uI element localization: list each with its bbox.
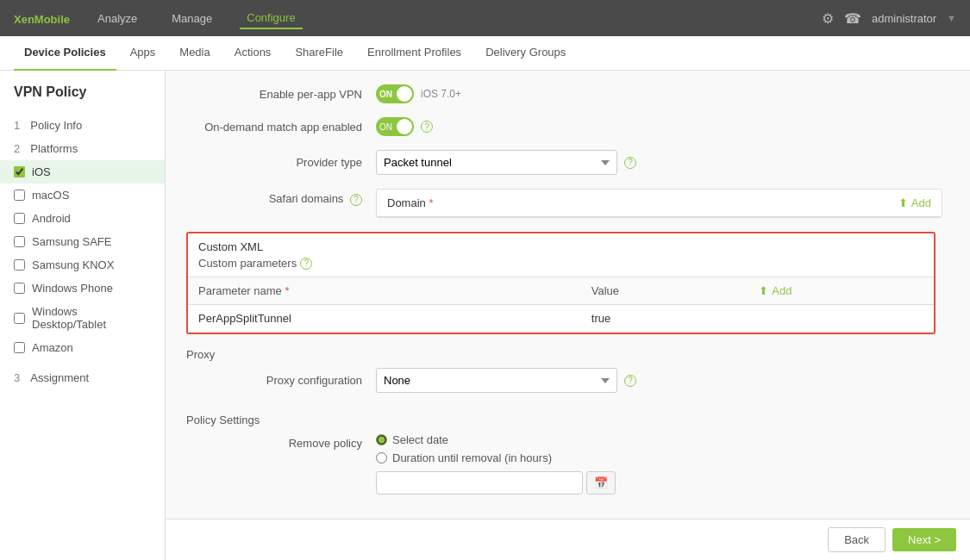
proxy-section: Proxy Proxy configuration None Manual Au… [186,341,949,393]
param-value-col-header: Value [581,277,749,305]
sidebar-item-samsung-safe[interactable]: Samsung SAFE [0,230,165,253]
main-content: Enable per-app VPN ON iOS 7.0+ On-demand… [166,71,970,560]
date-input[interactable] [376,471,583,495]
sidebar: VPN Policy 1 Policy Info 2 Platforms iOS… [0,71,166,560]
remove-policy-row: Remove policy Select date Duration until… [186,433,949,505]
safari-domains-info-icon[interactable]: ? [350,194,362,206]
radio-duration-input[interactable] [376,452,387,464]
macos-checkbox[interactable] [14,190,25,201]
admin-username[interactable]: administrator [872,12,936,25]
proxy-config-label: Proxy configuration [186,374,376,387]
custom-params-text: Custom parameters [198,257,297,270]
top-nav-left: XenMobile Analyze Manage Configure [14,8,303,29]
domain-col-text: Domain [387,196,426,209]
sub-nav-actions[interactable]: Actions [224,36,282,71]
sidebar-item-android[interactable]: Android [0,207,165,230]
admin-chevron-icon: ▼ [947,13,956,23]
sidebar-policy-info[interactable]: 1 Policy Info [0,114,165,137]
domain-required: * [429,196,433,209]
back-button[interactable]: Back [828,527,886,552]
on-demand-row: On-demand match app enabled ON ? [186,117,949,136]
param-value-cell: true [581,305,749,333]
nav-configure[interactable]: Configure [240,8,302,29]
android-label: Android [32,212,71,225]
sub-nav-delivery[interactable]: Delivery Groups [475,36,576,71]
provider-type-info-icon[interactable]: ? [624,157,636,169]
on-demand-label: On-demand match app enabled [186,121,376,134]
sidebar-assignment[interactable]: 3 Assignment [0,366,165,389]
top-nav: XenMobile Analyze Manage Configure ⚙ ☎ a… [0,0,970,36]
custom-params-label: Custom parameters ? [188,255,934,277]
sub-nav-enrollment[interactable]: Enrollment Profiles [357,36,472,71]
nav-analyze[interactable]: Analyze [91,9,144,28]
sidebar-item-amazon[interactable]: Amazon [0,336,165,359]
android-checkbox[interactable] [14,213,25,224]
param-name-header-text: Parameter name [198,284,282,297]
safari-domains-text: Safari domains [269,192,344,205]
sub-nav-media[interactable]: Media [169,36,220,71]
enable-per-app-control: ON iOS 7.0+ [376,84,949,103]
radio-select-date: Select date [376,433,949,446]
remove-policy-label: Remove policy [186,433,376,450]
domain-table: Domain * ⬆ Add [376,189,942,218]
on-demand-toggle-knob [397,119,412,134]
sidebar-title: VPN Policy [0,71,165,114]
on-demand-info-icon[interactable]: ? [421,121,433,133]
sidebar-item-windows-desktop[interactable]: Windows Desktop/Tablet [0,300,165,336]
samsung-safe-checkbox[interactable] [14,236,25,247]
next-button[interactable]: Next > [892,528,956,551]
params-add-button[interactable]: ⬆ Add [759,284,923,297]
param-required: * [285,284,289,297]
ios-version-text: iOS 7.0+ [421,88,461,100]
phone-icon[interactable]: ☎ [844,10,861,27]
params-add-col: ⬆ Add [748,277,934,305]
params-table: Parameter name * Value ⬆ Add [188,277,934,333]
layout: VPN Policy 1 Policy Info 2 Platforms iOS… [0,71,970,560]
custom-params-info-icon[interactable]: ? [300,258,312,270]
domain-table-header: Domain * ⬆ Add [377,190,942,217]
windows-desktop-checkbox[interactable] [14,313,25,324]
params-table-header-row: Parameter name * Value ⬆ Add [188,277,934,305]
gear-icon[interactable]: ⚙ [822,10,834,27]
enable-per-app-toggle[interactable]: ON [376,84,414,103]
radio-select-date-input[interactable] [376,434,387,445]
proxy-info-icon[interactable]: ? [624,375,636,387]
top-nav-right: ⚙ ☎ administrator ▼ [822,10,956,27]
param-name-cell: PerAppSplitTunnel [188,305,581,333]
sidebar-item-macos[interactable]: macOS [0,184,165,207]
sidebar-item-windows-phone[interactable]: Windows Phone [0,277,165,300]
proxy-config-select[interactable]: None Manual Automatic [376,368,617,393]
sub-nav-apps[interactable]: Apps [120,36,166,71]
on-demand-toggle-container: ON ? [376,117,949,136]
safari-domains-control: Domain * ⬆ Add [376,189,949,218]
nav-manage[interactable]: Manage [165,9,219,28]
sub-nav-sharefile[interactable]: ShareFile [285,36,354,71]
policy-info-label: Policy Info [30,119,82,132]
windows-phone-checkbox[interactable] [14,283,25,294]
enable-per-app-row: Enable per-app VPN ON iOS 7.0+ [186,84,949,103]
platforms-number: 2 [14,142,20,155]
remove-policy-control: Select date Duration until removal (in h… [376,433,949,505]
radio-select-date-label: Select date [392,433,448,446]
domain-add-button[interactable]: ⬆ Add [898,196,931,209]
on-demand-toggle-label: ON [379,122,392,132]
sidebar-item-ios[interactable]: iOS [0,160,165,184]
custom-xml-box: Custom XML Custom parameters ? Parameter… [186,232,936,334]
param-action-cell [748,305,934,333]
ios-checkbox[interactable] [14,166,25,177]
on-demand-toggle[interactable]: ON [376,117,414,136]
sidebar-platforms[interactable]: 2 Platforms [0,137,165,160]
calendar-button[interactable]: 📅 [586,471,616,495]
samsung-knox-checkbox[interactable] [14,259,25,271]
provider-type-select[interactable]: Packet tunnel App proxy [376,150,617,175]
policy-settings-title: Policy Settings [186,407,949,433]
amazon-checkbox[interactable] [14,342,25,353]
params-add-icon: ⬆ [759,284,768,297]
on-demand-control: ON ? [376,117,949,136]
sub-nav-device-policies[interactable]: Device Policies [14,36,116,71]
toggle-on-label: ON [379,90,392,99]
sidebar-item-samsung-knox[interactable]: Samsung KNOX [0,253,165,277]
platforms-label: Platforms [30,142,78,155]
custom-xml-title: Custom XML [188,233,934,255]
assignment-number: 3 [14,371,20,384]
